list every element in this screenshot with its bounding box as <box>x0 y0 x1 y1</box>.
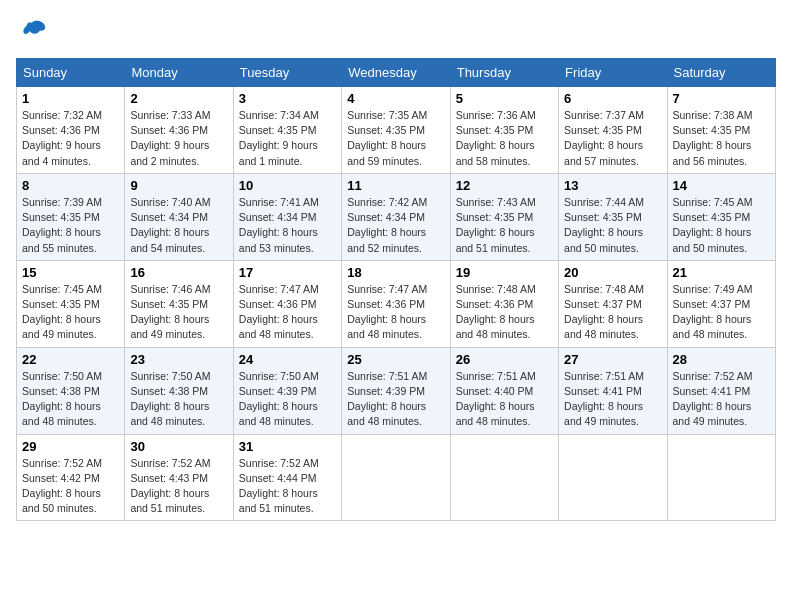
calendar-cell: 12Sunrise: 7:43 AMSunset: 4:35 PMDayligh… <box>450 173 558 260</box>
day-info: Sunrise: 7:38 AMSunset: 4:35 PMDaylight:… <box>673 109 753 167</box>
day-number: 27 <box>564 352 661 367</box>
calendar-cell: 3Sunrise: 7:34 AMSunset: 4:35 PMDaylight… <box>233 87 341 174</box>
day-info: Sunrise: 7:33 AMSunset: 4:36 PMDaylight:… <box>130 109 210 167</box>
day-number: 14 <box>673 178 770 193</box>
day-number: 24 <box>239 352 336 367</box>
day-info: Sunrise: 7:46 AMSunset: 4:35 PMDaylight:… <box>130 283 210 341</box>
calendar-cell: 13Sunrise: 7:44 AMSunset: 4:35 PMDayligh… <box>559 173 667 260</box>
weekday-header-monday: Monday <box>125 59 233 87</box>
calendar-cell: 20Sunrise: 7:48 AMSunset: 4:37 PMDayligh… <box>559 260 667 347</box>
day-info: Sunrise: 7:51 AMSunset: 4:40 PMDaylight:… <box>456 370 536 428</box>
day-info: Sunrise: 7:52 AMSunset: 4:42 PMDaylight:… <box>22 457 102 515</box>
calendar-cell: 2Sunrise: 7:33 AMSunset: 4:36 PMDaylight… <box>125 87 233 174</box>
day-info: Sunrise: 7:52 AMSunset: 4:44 PMDaylight:… <box>239 457 319 515</box>
calendar-cell: 10Sunrise: 7:41 AMSunset: 4:34 PMDayligh… <box>233 173 341 260</box>
weekday-header-sunday: Sunday <box>17 59 125 87</box>
day-info: Sunrise: 7:51 AMSunset: 4:39 PMDaylight:… <box>347 370 427 428</box>
day-number: 20 <box>564 265 661 280</box>
calendar-cell: 31Sunrise: 7:52 AMSunset: 4:44 PMDayligh… <box>233 434 341 521</box>
day-number: 18 <box>347 265 444 280</box>
calendar-cell: 9Sunrise: 7:40 AMSunset: 4:34 PMDaylight… <box>125 173 233 260</box>
calendar-cell: 11Sunrise: 7:42 AMSunset: 4:34 PMDayligh… <box>342 173 450 260</box>
day-number: 23 <box>130 352 227 367</box>
day-info: Sunrise: 7:50 AMSunset: 4:38 PMDaylight:… <box>130 370 210 428</box>
weekday-header-friday: Friday <box>559 59 667 87</box>
day-info: Sunrise: 7:36 AMSunset: 4:35 PMDaylight:… <box>456 109 536 167</box>
day-number: 21 <box>673 265 770 280</box>
weekday-header-thursday: Thursday <box>450 59 558 87</box>
day-number: 4 <box>347 91 444 106</box>
calendar-cell: 25Sunrise: 7:51 AMSunset: 4:39 PMDayligh… <box>342 347 450 434</box>
weekday-header-tuesday: Tuesday <box>233 59 341 87</box>
logo-icon <box>16 16 48 48</box>
weekday-header-wednesday: Wednesday <box>342 59 450 87</box>
day-number: 12 <box>456 178 553 193</box>
day-info: Sunrise: 7:43 AMSunset: 4:35 PMDaylight:… <box>456 196 536 254</box>
calendar-cell: 23Sunrise: 7:50 AMSunset: 4:38 PMDayligh… <box>125 347 233 434</box>
calendar-cell: 6Sunrise: 7:37 AMSunset: 4:35 PMDaylight… <box>559 87 667 174</box>
calendar-cell: 22Sunrise: 7:50 AMSunset: 4:38 PMDayligh… <box>17 347 125 434</box>
day-info: Sunrise: 7:44 AMSunset: 4:35 PMDaylight:… <box>564 196 644 254</box>
day-number: 15 <box>22 265 119 280</box>
day-number: 3 <box>239 91 336 106</box>
day-number: 28 <box>673 352 770 367</box>
day-number: 9 <box>130 178 227 193</box>
day-info: Sunrise: 7:34 AMSunset: 4:35 PMDaylight:… <box>239 109 319 167</box>
calendar-cell: 18Sunrise: 7:47 AMSunset: 4:36 PMDayligh… <box>342 260 450 347</box>
calendar-cell: 21Sunrise: 7:49 AMSunset: 4:37 PMDayligh… <box>667 260 775 347</box>
calendar-cell: 8Sunrise: 7:39 AMSunset: 4:35 PMDaylight… <box>17 173 125 260</box>
calendar-cell: 27Sunrise: 7:51 AMSunset: 4:41 PMDayligh… <box>559 347 667 434</box>
day-number: 19 <box>456 265 553 280</box>
logo <box>16 16 52 48</box>
day-info: Sunrise: 7:45 AMSunset: 4:35 PMDaylight:… <box>22 283 102 341</box>
calendar-cell: 1Sunrise: 7:32 AMSunset: 4:36 PMDaylight… <box>17 87 125 174</box>
calendar-cell: 15Sunrise: 7:45 AMSunset: 4:35 PMDayligh… <box>17 260 125 347</box>
calendar-cell: 28Sunrise: 7:52 AMSunset: 4:41 PMDayligh… <box>667 347 775 434</box>
calendar-week-1: 1Sunrise: 7:32 AMSunset: 4:36 PMDaylight… <box>17 87 776 174</box>
calendar-cell: 30Sunrise: 7:52 AMSunset: 4:43 PMDayligh… <box>125 434 233 521</box>
day-info: Sunrise: 7:51 AMSunset: 4:41 PMDaylight:… <box>564 370 644 428</box>
day-info: Sunrise: 7:37 AMSunset: 4:35 PMDaylight:… <box>564 109 644 167</box>
day-number: 13 <box>564 178 661 193</box>
day-number: 1 <box>22 91 119 106</box>
day-info: Sunrise: 7:41 AMSunset: 4:34 PMDaylight:… <box>239 196 319 254</box>
day-info: Sunrise: 7:42 AMSunset: 4:34 PMDaylight:… <box>347 196 427 254</box>
calendar-cell <box>667 434 775 521</box>
calendar-week-5: 29Sunrise: 7:52 AMSunset: 4:42 PMDayligh… <box>17 434 776 521</box>
day-info: Sunrise: 7:35 AMSunset: 4:35 PMDaylight:… <box>347 109 427 167</box>
calendar-cell: 16Sunrise: 7:46 AMSunset: 4:35 PMDayligh… <box>125 260 233 347</box>
calendar-cell: 29Sunrise: 7:52 AMSunset: 4:42 PMDayligh… <box>17 434 125 521</box>
calendar-cell: 4Sunrise: 7:35 AMSunset: 4:35 PMDaylight… <box>342 87 450 174</box>
day-info: Sunrise: 7:47 AMSunset: 4:36 PMDaylight:… <box>239 283 319 341</box>
calendar-cell <box>450 434 558 521</box>
day-number: 8 <box>22 178 119 193</box>
calendar-cell: 26Sunrise: 7:51 AMSunset: 4:40 PMDayligh… <box>450 347 558 434</box>
day-number: 31 <box>239 439 336 454</box>
calendar-table: SundayMondayTuesdayWednesdayThursdayFrid… <box>16 58 776 521</box>
day-info: Sunrise: 7:52 AMSunset: 4:43 PMDaylight:… <box>130 457 210 515</box>
calendar-week-2: 8Sunrise: 7:39 AMSunset: 4:35 PMDaylight… <box>17 173 776 260</box>
day-info: Sunrise: 7:48 AMSunset: 4:36 PMDaylight:… <box>456 283 536 341</box>
day-info: Sunrise: 7:52 AMSunset: 4:41 PMDaylight:… <box>673 370 753 428</box>
day-number: 10 <box>239 178 336 193</box>
day-number: 22 <box>22 352 119 367</box>
calendar-week-3: 15Sunrise: 7:45 AMSunset: 4:35 PMDayligh… <box>17 260 776 347</box>
calendar-cell: 7Sunrise: 7:38 AMSunset: 4:35 PMDaylight… <box>667 87 775 174</box>
day-number: 29 <box>22 439 119 454</box>
calendar-cell <box>342 434 450 521</box>
page-header <box>16 16 776 48</box>
day-info: Sunrise: 7:32 AMSunset: 4:36 PMDaylight:… <box>22 109 102 167</box>
weekday-header-saturday: Saturday <box>667 59 775 87</box>
day-info: Sunrise: 7:48 AMSunset: 4:37 PMDaylight:… <box>564 283 644 341</box>
day-info: Sunrise: 7:40 AMSunset: 4:34 PMDaylight:… <box>130 196 210 254</box>
day-number: 25 <box>347 352 444 367</box>
day-number: 11 <box>347 178 444 193</box>
day-info: Sunrise: 7:39 AMSunset: 4:35 PMDaylight:… <box>22 196 102 254</box>
day-info: Sunrise: 7:50 AMSunset: 4:38 PMDaylight:… <box>22 370 102 428</box>
day-info: Sunrise: 7:49 AMSunset: 4:37 PMDaylight:… <box>673 283 753 341</box>
day-number: 17 <box>239 265 336 280</box>
day-number: 7 <box>673 91 770 106</box>
day-info: Sunrise: 7:47 AMSunset: 4:36 PMDaylight:… <box>347 283 427 341</box>
calendar-cell: 5Sunrise: 7:36 AMSunset: 4:35 PMDaylight… <box>450 87 558 174</box>
day-number: 16 <box>130 265 227 280</box>
